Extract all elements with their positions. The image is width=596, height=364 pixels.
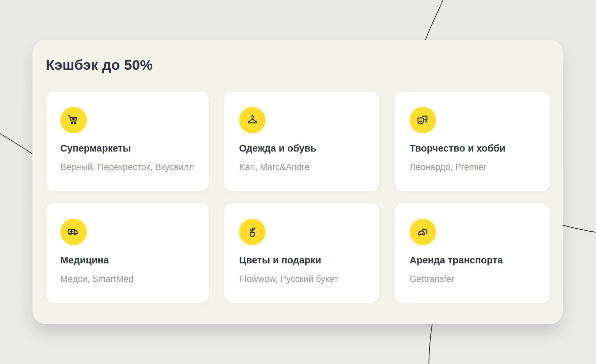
card-title: Одежда и обувь [239,142,365,154]
card-title: Аренда транспорта [410,254,535,266]
category-icon-badge [410,107,436,133]
car-rental-icon [416,225,430,239]
ambulance-icon [67,225,80,239]
card-brands: Gettransfer [410,274,535,284]
decorative-curve-left [0,132,34,155]
category-icon-badge [60,219,87,245]
category-card-medicine[interactable]: Медицина Медси, SmartMed [46,204,209,303]
decorative-curve-right [561,225,596,233]
category-icon-badge [60,107,87,133]
category-icon-badge [410,219,436,245]
category-icon-badge [239,107,266,133]
category-cards-grid: Супермаркеты Верный, Перекресток, Вкусви… [46,92,550,303]
page-title: Кэшбэк до 50% [46,40,550,72]
card-title: Супермаркеты [60,142,194,154]
clothes-hanger-icon [245,113,259,127]
category-card-clothes[interactable]: Одежда и обувь Kari, Marc&Andre [224,92,379,191]
category-card-hobby[interactable]: Творчество и хобби Леонардо, Premier [395,92,550,191]
category-icon-badge [239,219,266,245]
card-brands: Flowwow, Русский букет [239,274,365,284]
card-brands: Медси, SmartMed [60,274,194,284]
theater-masks-icon [416,113,430,127]
card-brands: Kari, Marc&Andre [239,162,365,172]
category-card-supermarkets[interactable]: Супермаркеты Верный, Перекресток, Вкусви… [46,92,209,191]
page-background: Кэшбэк до 50% Супермаркеты Верный, Перек… [0,0,596,364]
card-title: Творчество и хобби [410,142,535,154]
decorative-curve-top [425,0,444,42]
flower-pot-icon [245,225,259,239]
cashback-panel: Кэшбэк до 50% Супермаркеты Верный, Перек… [32,40,563,324]
category-card-transport[interactable]: Аренда транспорта Gettransfer [395,204,550,303]
category-card-flowers[interactable]: Цветы и подарки Flowwow, Русский букет [224,204,379,303]
card-title: Цветы и подарки [239,254,365,266]
card-title: Медицина [60,254,194,266]
card-brands: Верный, Перекресток, Вкусвилл [60,162,194,172]
card-brands: Леонардо, Premier [410,162,535,172]
decorative-curve-bottom [429,322,432,364]
shopping-cart-icon [67,113,80,127]
